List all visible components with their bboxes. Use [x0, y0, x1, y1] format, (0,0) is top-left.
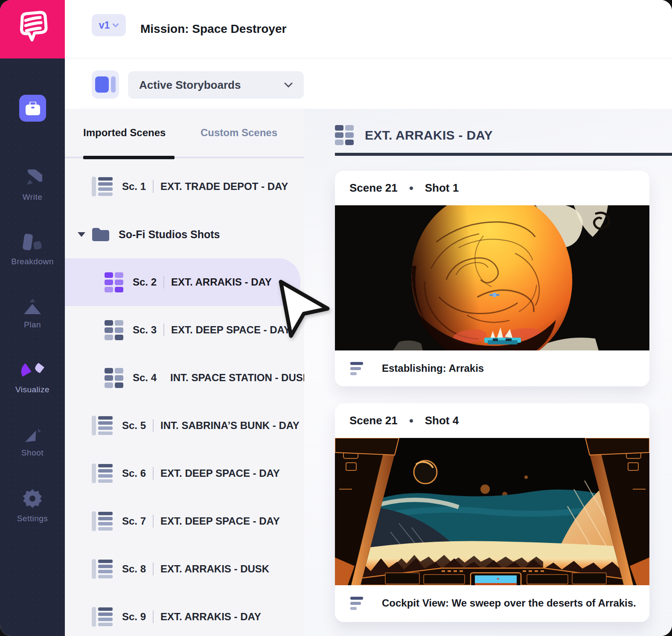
section-header: EXT. ARRAKIS - DAY	[335, 125, 493, 145]
divider	[163, 324, 164, 336]
divider	[163, 276, 164, 289]
breakdown-icon	[22, 233, 43, 252]
shot-card-1[interactable]: Scene 21 Shot 1	[335, 171, 649, 386]
scene-name: EXT. ARRAKIS - DAY	[160, 611, 261, 623]
scene-number: Sc. 3	[133, 324, 157, 336]
sidebar-item-projects[interactable]	[19, 95, 46, 122]
sidebar-item-label: Visualize	[15, 385, 49, 394]
scenes-panel: Imported Scenes Custom Scenes Sc. 1 EXT.…	[65, 109, 304, 636]
version-dropdown[interactable]: v1	[92, 14, 126, 36]
storyboards-select-value: Active Storyboards	[139, 79, 284, 92]
scene-name: EXT. TRADE DEPOT - DAY	[160, 181, 288, 193]
description-lines-icon	[350, 362, 365, 375]
storyboard-view-toggle[interactable]	[92, 70, 119, 99]
folder-icon	[91, 227, 110, 242]
sidebar-item-label: Shoot	[21, 448, 44, 458]
storyboards-select[interactable]: Active Storyboards	[128, 71, 304, 99]
shot-card-header: Scene 21 Shot 4	[335, 403, 649, 438]
pen-icon	[23, 169, 42, 187]
scene-number: Sc. 1	[122, 181, 146, 193]
sidebar-item-label: Plan	[24, 320, 41, 330]
tab-imported-scenes[interactable]: Imported Scenes	[83, 127, 166, 139]
script-icon	[92, 511, 113, 531]
scene-number: Sc. 9	[122, 611, 146, 623]
section-title: EXT. ARRAKIS - DAY	[365, 128, 493, 143]
scene-row-sc6[interactable]: Sc. 6 EXT. DEEP SPACE - DAY	[65, 449, 304, 497]
section-grid-icon	[335, 125, 354, 145]
app-window: Write Breakdown Plan	[0, 0, 672, 636]
scene-row-sc5[interactable]: Sc. 5 INT. SABRINA’S BUNK - DAY	[65, 402, 304, 449]
tab-custom-scenes[interactable]: Custom Scenes	[201, 127, 277, 139]
shot-caption: Establishing: Arrakis	[382, 362, 484, 374]
sidebar-item-breakdown[interactable]: Breakdown	[0, 218, 65, 282]
scene-number: Sc. 5	[122, 420, 146, 432]
scene-label: Scene 21	[349, 181, 398, 195]
script-icon	[92, 559, 113, 579]
main-content: EXT. ARRAKIS - DAY Scene 21 Shot 1	[304, 109, 672, 636]
brand-logo-block[interactable]	[0, 0, 65, 58]
shot-card-2[interactable]: Scene 21 Shot 4	[335, 403, 649, 622]
script-chat-logo-icon	[0, 0, 65, 58]
shot-caption: Cockpit View: We sweep over the deserts …	[382, 597, 636, 609]
project-title: Mission: Space Destroyer	[140, 22, 286, 36]
scene-number: Sc. 2	[133, 276, 157, 288]
script-icon	[92, 177, 113, 196]
shoot-icon	[22, 426, 43, 443]
mountain-icon	[22, 298, 43, 315]
scene-row-sc9[interactable]: Sc. 9 EXT. ARRAKIS - DAY	[65, 593, 304, 636]
sidebar-item-settings[interactable]: Settings	[0, 474, 65, 538]
divider	[153, 515, 154, 528]
sidebar: Write Breakdown Plan	[0, 58, 65, 636]
shot-label: Shot 1	[425, 181, 459, 195]
scene-row-sc3[interactable]: Sc. 3 EXT. DEEP SPACE - DAY	[65, 306, 304, 354]
sidebar-item-label: Write	[23, 193, 42, 202]
scene-name: INT. SABRINA’S BUNK - DAY	[160, 420, 300, 432]
sidebar-item-shoot[interactable]: Shoot	[0, 410, 65, 474]
chevron-down-icon	[284, 82, 293, 88]
folder-row-sofi-studios[interactable]: So-Fi Studios Shots	[65, 210, 304, 258]
shot-image-cockpit-desert	[335, 438, 649, 585]
scene-row-sc2-selected[interactable]: Sc. 2 EXT. ARRAKIS - DAY	[65, 258, 300, 306]
dot-separator	[410, 419, 413, 423]
scene-label: Scene 21	[349, 414, 398, 427]
scene-row-sc8[interactable]: Sc. 8 EXT. ARRAKIS - DUSK	[65, 545, 304, 593]
sidebar-item-label: Breakdown	[11, 257, 54, 266]
scene-name: EXT. DEEP SPACE - DAY	[160, 515, 280, 527]
shot-card-header: Scene 21 Shot 1	[335, 171, 649, 205]
scene-row-sc1[interactable]: Sc. 1 EXT. TRADE DEPOT - DAY	[65, 163, 304, 210]
storyboard-grid-icon	[105, 368, 123, 388]
scene-name: INT. SPACE STATION - DUSK	[170, 372, 310, 384]
scene-name: EXT. DEEP SPACE - DAY	[160, 467, 280, 479]
script-icon	[92, 464, 113, 483]
divider	[153, 563, 154, 575]
divider	[153, 419, 154, 432]
scene-number: Sc. 7	[122, 515, 146, 527]
scenes-tabs: Imported Scenes Custom Scenes	[65, 109, 304, 158]
folder-name: So-Fi Studios Shots	[119, 228, 220, 241]
briefcase-icon	[26, 102, 40, 115]
scene-name: EXT. DEEP SPACE - DAY	[171, 324, 291, 336]
scene-name: EXT. ARRAKIS - DUSK	[160, 563, 269, 575]
storyboard-grid-icon	[105, 320, 123, 340]
shot-image-arrakis-planet	[335, 205, 649, 350]
sidebar-item-label: Settings	[17, 514, 48, 523]
scene-row-sc4[interactable]: Sc. 4 INT. SPACE STATION - DUSK	[65, 354, 304, 402]
divider	[153, 610, 154, 623]
sidebar-item-write[interactable]: Write	[0, 154, 65, 218]
script-icon	[92, 416, 113, 435]
shot-caption-row: Establishing: Arrakis	[335, 350, 649, 386]
header: v1 Mission: Space Destroyer	[65, 0, 672, 58]
script-icon	[92, 607, 113, 627]
storyboard-grid-icon	[105, 272, 123, 292]
divider	[153, 467, 154, 480]
scene-list: Sc. 1 EXT. TRADE DEPOT - DAY So-Fi Studi…	[65, 163, 304, 636]
sidebar-item-plan[interactable]: Plan	[0, 282, 65, 346]
shot-label: Shot 4	[425, 414, 459, 427]
sidebar-item-visualize[interactable]: Visualize	[0, 346, 65, 410]
sidebar-nav: Write Breakdown Plan	[0, 154, 65, 538]
caret-down-icon[interactable]	[78, 232, 85, 237]
chevron-down-icon	[113, 23, 119, 27]
scene-row-sc7[interactable]: Sc. 7 EXT. DEEP SPACE - DAY	[65, 497, 304, 545]
board-rail-icon	[111, 76, 116, 93]
section-rule	[335, 153, 672, 156]
